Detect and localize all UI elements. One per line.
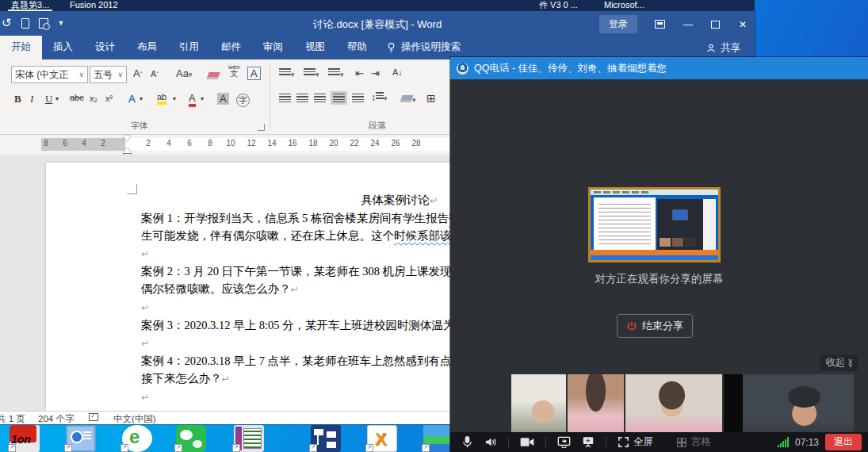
desktop-icon-layers[interactable] [423, 425, 453, 452]
qq-call-body: 对方正在观看你分享的屏幕 结束分享 收起 ∨∨ 刘奇 伶伶 佳佳 抽着烟想着您 [450, 79, 868, 432]
subscript-button[interactable]: x₂ [90, 94, 98, 103]
desktop-icon-notebook[interactable] [234, 425, 264, 452]
close-button[interactable]: ✕ [737, 19, 748, 30]
ribbon-tab[interactable]: 帮助 [336, 36, 378, 59]
ruler-number: 18 [303, 139, 323, 147]
ruler-number: 20 [323, 139, 344, 147]
collapse-videos-button[interactable]: 收起 ∨∨ [820, 354, 858, 371]
strikethrough-button[interactable]: abc [70, 93, 84, 102]
ruler-number: 8 [36, 139, 55, 147]
bullets-button[interactable]: ▾ [279, 67, 295, 79]
shading-button[interactable]: ▾ [401, 93, 416, 105]
ribbon-tab[interactable]: 插入 [42, 36, 84, 59]
desktop-icon-system-panel[interactable] [66, 425, 96, 452]
tab-home[interactable]: 开始 [0, 36, 42, 59]
chevron-down-icon: ∨∨ [847, 359, 853, 367]
ruler-number: 28 [406, 139, 426, 147]
preview-sidebar [703, 199, 716, 250]
language-status[interactable]: 中文(中国) [113, 413, 156, 425]
word-title-bar: ↺ ▼ 讨论.docx [兼容模式] - Word 登录 — ✕ [0, 11, 755, 37]
clear-formatting-icon[interactable] [208, 70, 219, 82]
font-dialog-launcher[interactable] [258, 124, 265, 131]
align-left-button[interactable] [279, 93, 291, 105]
text-highlight-button[interactable]: ab [157, 92, 166, 105]
ribbon-tab[interactable]: 审阅 [252, 36, 294, 59]
bold-button[interactable]: B [14, 93, 21, 105]
phonetic-guide-button[interactable]: wén文 [228, 64, 240, 78]
text-effects-dropdown[interactable]: ▾ [140, 95, 143, 102]
underline-dropdown[interactable]: ▾ [55, 95, 59, 102]
numbering-button[interactable]: ▾ [304, 67, 319, 79]
desktop-icon-flowchart[interactable] [311, 425, 341, 452]
superscript-button[interactable]: x² [105, 94, 113, 103]
preview-call-window [657, 199, 705, 250]
share-screen-icon[interactable] [557, 436, 571, 448]
share-button[interactable]: 共享 [706, 41, 740, 55]
ribbon-tab-bar: 开始 插入设计布局引用邮件审阅视图帮助 操作说明搜索 共享 [0, 37, 755, 59]
taskbar-button-2[interactable]: Fusion 2012 [70, 0, 118, 11]
preview-taskbar-orange [591, 250, 718, 255]
end-share-button[interactable]: 结束分享 [617, 314, 693, 338]
taskbar-button-4[interactable]: Microsof... [604, 0, 644, 11]
exit-call-button[interactable]: 退出 [825, 434, 862, 450]
character-border-button[interactable]: A [247, 67, 261, 80]
taskbar-button-3[interactable]: 件 V3 0 ... [539, 0, 578, 11]
top-taskbar: 真题第3... Fusion 2012 件 V3 0 ... Microsof.… [0, 0, 755, 11]
increase-indent-button[interactable]: ⇥ [371, 67, 380, 79]
desktop-icon-wechat[interactable] [176, 425, 206, 452]
enclose-characters-button[interactable]: 字 [236, 94, 250, 107]
change-case-button[interactable]: Aa▾ [176, 67, 192, 79]
speaker-icon[interactable] [484, 436, 497, 448]
font-color-dropdown[interactable]: ▾ [201, 95, 204, 102]
ruler-number: 26 [385, 139, 406, 147]
underline-button[interactable]: U [45, 93, 52, 105]
text-effects-button[interactable]: A [128, 93, 136, 105]
ribbon-tab[interactable]: 布局 [126, 36, 168, 59]
paragraph-group-label: 段落 [369, 120, 386, 132]
ribbon-tab[interactable]: 邮件 [210, 36, 252, 59]
sort-button[interactable]: A↓ [392, 67, 403, 77]
multilevel-list-button[interactable]: ▾ [328, 67, 344, 79]
font-name-combobox[interactable]: 宋体 (中文正∨ [11, 66, 88, 83]
fullscreen-icon[interactable] [618, 436, 629, 448]
microphone-icon[interactable] [461, 435, 473, 449]
ribbon-display-options-icon[interactable] [655, 20, 665, 29]
grid-view-icon[interactable] [676, 437, 687, 448]
preview-taskbar-blue [591, 255, 718, 260]
desktop-icon-browser[interactable] [122, 425, 152, 452]
call-control-bar: 全屏 宫格 07:13 退出 [450, 432, 868, 452]
justify-button[interactable] [333, 93, 345, 105]
page-count[interactable]: 共 1 页 [0, 413, 25, 425]
font-size-combobox[interactable]: 五号∨ [90, 66, 127, 83]
hanging-indent-marker[interactable] [123, 144, 131, 153]
ribbon-tab[interactable]: 设计 [84, 36, 126, 59]
desktop: 真题第3... Fusion 2012 件 V3 0 ... Microsof.… [0, 0, 868, 452]
distribute-button[interactable] [352, 93, 364, 105]
font-color-button[interactable]: A [189, 92, 196, 107]
desktop-icon-fusion[interactable] [10, 425, 40, 452]
minimize-button[interactable]: — [683, 19, 694, 30]
italic-button[interactable]: I [30, 93, 33, 105]
borders-button[interactable]: ⊞ [426, 92, 436, 105]
ribbon-tab[interactable]: 引用 [168, 36, 210, 59]
decrease-indent-button[interactable]: ⇤ [355, 67, 364, 79]
fullscreen-label[interactable]: 全屏 [633, 435, 653, 449]
character-shading-button[interactable]: A [217, 93, 229, 105]
ribbon-tab[interactable]: 视图 [294, 36, 336, 59]
grow-font-button[interactable]: Aˆ [133, 67, 143, 79]
line-spacing-button[interactable]: ↕▾ [371, 92, 388, 103]
sign-in-button[interactable]: 登录 [599, 15, 637, 33]
grid-view-label[interactable]: 宫格 [691, 435, 711, 449]
camera-icon[interactable] [520, 437, 534, 447]
maximize-button[interactable] [711, 21, 720, 29]
shrink-font-button[interactable]: Aˇ [151, 69, 159, 79]
align-right-button[interactable] [314, 93, 326, 105]
tell-me-search[interactable]: 操作说明搜索 [401, 40, 461, 54]
presenter-board-icon[interactable] [582, 436, 595, 448]
taskbar-button-1[interactable]: 真题第3... [8, 0, 52, 11]
highlight-dropdown[interactable]: ▾ [173, 95, 176, 102]
align-center-button[interactable] [296, 93, 308, 105]
proofing-status-icon[interactable] [89, 413, 98, 421]
word-count[interactable]: 204 个字 [38, 413, 74, 425]
desktop-icon-x-app[interactable] [367, 425, 397, 452]
